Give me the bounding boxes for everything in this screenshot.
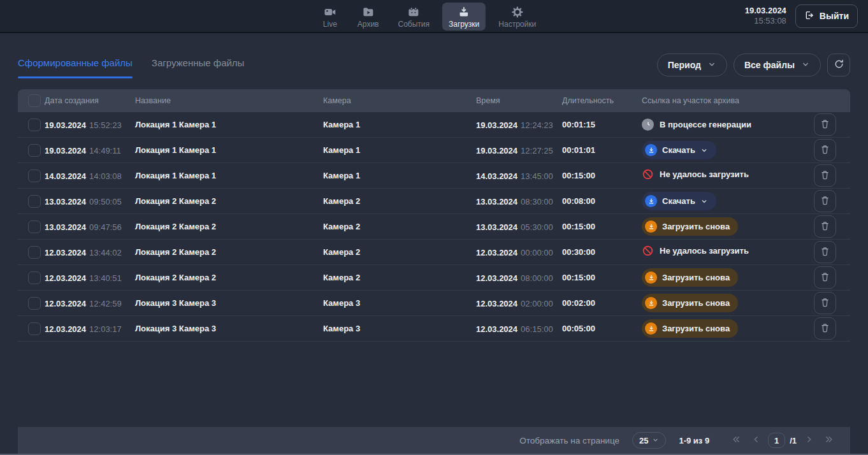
trash-icon xyxy=(820,271,830,284)
chevron-down-icon xyxy=(652,436,659,445)
nav-item-live[interactable]: Live xyxy=(315,3,345,31)
tab-generated-files[interactable]: Сформированные файлы xyxy=(18,57,133,78)
table-row: 13.03.202409:47:56 Локация 2 Камера 2 Ка… xyxy=(18,214,850,240)
nav-item-label: Настройки xyxy=(498,20,536,28)
cell-created-date: 13.03.202409:47:56 xyxy=(45,221,135,233)
trash-icon xyxy=(820,220,830,233)
cell-created-date: 12.03.202413:40:51 xyxy=(45,272,135,284)
cell-archive-link: Загрузить снова xyxy=(642,268,795,287)
cell-actions xyxy=(795,190,836,212)
nav-item-events[interactable]: События xyxy=(391,3,436,31)
retry-download-button[interactable]: Загрузить снова xyxy=(642,294,738,312)
row-checkbox[interactable] xyxy=(28,297,41,310)
calendar-icon xyxy=(407,6,420,18)
retry-button-label: Загрузить снова xyxy=(662,273,730,282)
range-label: 1-9 из 9 xyxy=(679,436,709,445)
files-filter-label: Все файлы xyxy=(744,60,795,70)
pager: 1 /1 xyxy=(728,433,836,448)
filter-controls: Период Все файлы xyxy=(657,54,850,76)
trash-icon xyxy=(820,170,830,182)
cell-time: 12.03.202400:00:00 xyxy=(476,247,562,258)
cell-duration: 00:05:00 xyxy=(562,324,642,333)
delete-button[interactable] xyxy=(814,190,836,212)
table-header: Дата созданияНазваниеКамераВремяДлительн… xyxy=(18,89,850,112)
cell-duration: 00:15:00 xyxy=(562,171,642,180)
no-entry-icon xyxy=(642,168,654,180)
row-checkbox[interactable] xyxy=(28,144,41,157)
row-checkbox[interactable] xyxy=(28,195,41,208)
retry-download-button[interactable]: Загрузить снова xyxy=(642,268,738,287)
period-filter-button[interactable]: Период xyxy=(657,54,727,76)
delete-button[interactable] xyxy=(814,317,836,340)
main-content: Сформированные файлыЗагруженные файлы Пе… xyxy=(0,33,868,427)
files-filter-button[interactable]: Все файлы xyxy=(734,54,821,76)
cell-name: Локация 2 Камера 2 xyxy=(135,273,323,282)
cell-camera: Камера 2 xyxy=(323,273,476,282)
download-button-label: Скачать xyxy=(662,196,695,206)
download-icon xyxy=(645,271,657,284)
row-checkbox[interactable] xyxy=(28,322,41,335)
column-header-2: Камера xyxy=(323,96,476,105)
datetime-display: 19.03.2024 15:53:08 xyxy=(745,6,786,27)
next-page-button[interactable] xyxy=(801,433,816,448)
table-row: 13.03.202409:50:05 Локация 2 Камера 2 Ка… xyxy=(18,189,850,214)
nav-item-settings[interactable]: Настройки xyxy=(492,3,542,31)
delete-button[interactable] xyxy=(814,113,836,136)
delete-button[interactable] xyxy=(814,139,836,161)
first-page-button[interactable] xyxy=(728,433,744,448)
current-page-input[interactable]: 1 xyxy=(768,433,785,448)
download-icon xyxy=(645,144,657,156)
total-pages-label: /1 xyxy=(790,436,797,445)
delete-button[interactable] xyxy=(814,164,836,187)
logout-label: Выйти xyxy=(820,11,849,21)
row-checkbox[interactable] xyxy=(28,119,41,131)
select-all-checkbox[interactable] xyxy=(28,94,41,107)
last-page-button[interactable] xyxy=(821,433,836,448)
refresh-button[interactable] xyxy=(827,54,850,76)
delete-button[interactable] xyxy=(814,266,836,289)
chevron-right-icon xyxy=(804,435,814,446)
table-row: 12.03.202413:40:51 Локация 2 Камера 2 Ка… xyxy=(18,265,850,291)
retry-download-button[interactable]: Загрузить снова xyxy=(642,217,738,236)
status-failed: Не удалось загрузить xyxy=(642,245,749,257)
cell-archive-link: Скачать xyxy=(642,192,795,210)
delete-button[interactable] xyxy=(814,292,836,314)
column-header-4: Длительность xyxy=(562,96,642,105)
cell-camera: Камера 2 xyxy=(323,222,476,231)
cell-created-date: 13.03.202409:50:05 xyxy=(45,196,135,207)
trash-icon xyxy=(820,195,830,208)
cell-time: 13.03.202405:30:00 xyxy=(476,221,562,233)
download-button[interactable]: Скачать xyxy=(642,192,716,210)
row-checkbox[interactable] xyxy=(28,246,41,259)
nav-item-archive[interactable]: Архив xyxy=(351,3,386,31)
delete-button[interactable] xyxy=(814,241,836,263)
folder-play-icon xyxy=(362,6,375,18)
column-header-3: Время xyxy=(476,96,562,105)
row-checkbox[interactable] xyxy=(28,170,41,182)
logout-icon xyxy=(804,10,814,22)
cell-name: Локация 2 Камера 2 xyxy=(135,222,323,231)
chevron-left-icon xyxy=(751,435,761,446)
prev-page-button[interactable] xyxy=(748,433,763,448)
file-tabs: Сформированные файлыЗагруженные файлы xyxy=(18,57,244,78)
row-checkbox[interactable] xyxy=(28,220,41,233)
row-checkbox[interactable] xyxy=(28,271,41,284)
per-page-select[interactable]: 25 xyxy=(632,432,666,449)
logout-button[interactable]: Выйти xyxy=(795,4,858,28)
cell-actions xyxy=(795,241,836,263)
nav-item-label: Загрузки xyxy=(449,20,479,28)
gear-icon xyxy=(511,6,524,18)
cell-actions xyxy=(795,164,836,187)
cell-time: 14.03.202413:45:00 xyxy=(476,170,562,182)
download-button[interactable]: Скачать xyxy=(642,141,716,159)
cell-name: Локация 1 Камера 1 xyxy=(135,171,323,180)
cell-actions xyxy=(795,113,836,136)
delete-button[interactable] xyxy=(814,215,836,238)
retry-download-button[interactable]: Загрузить снова xyxy=(642,319,738,338)
nav-item-downloads[interactable]: Загрузки xyxy=(442,3,486,31)
tab-downloaded-files[interactable]: Загруженные файлы xyxy=(152,57,245,78)
cell-name: Локация 3 Камера 3 xyxy=(135,298,323,308)
cell-created-date: 12.03.202412:42:59 xyxy=(45,298,135,309)
cell-name: Локация 2 Камера 2 xyxy=(135,196,323,206)
chevron-down-icon xyxy=(801,60,810,71)
